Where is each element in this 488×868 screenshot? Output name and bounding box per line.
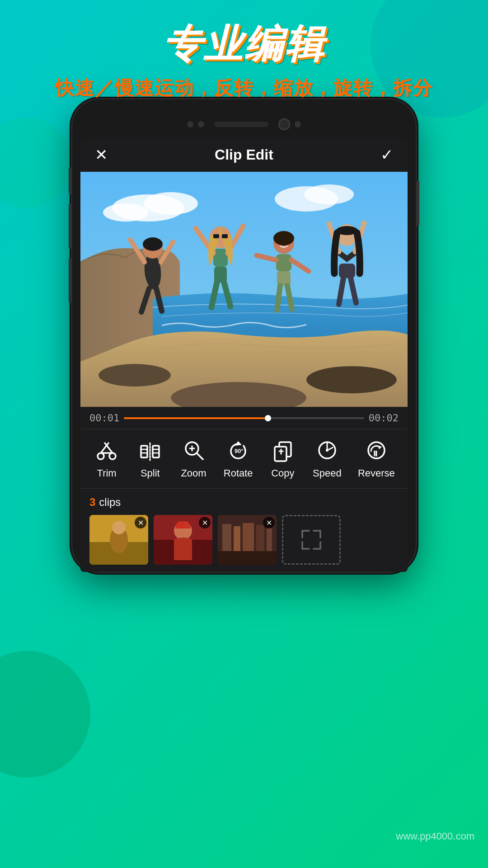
svg-rect-24 xyxy=(222,234,228,238)
svg-rect-23 xyxy=(213,234,219,238)
phone-screen: ✕ Clip Edit ✓ xyxy=(80,137,408,572)
app-header: ✕ Clip Edit ✓ xyxy=(80,137,408,172)
clips-section: 3 clips ✕ xyxy=(80,488,408,572)
clips-label: clips xyxy=(99,496,121,509)
clip-remove-2[interactable]: ✕ xyxy=(199,517,211,528)
reverse-icon xyxy=(363,437,390,464)
svg-rect-78 xyxy=(222,524,231,551)
svg-point-13 xyxy=(143,237,163,251)
clip-remove-1[interactable]: ✕ xyxy=(135,517,146,528)
rotate-tool[interactable]: 90° Rotate xyxy=(224,437,253,479)
front-camera xyxy=(278,118,290,130)
close-button[interactable]: ✕ xyxy=(95,146,108,164)
phone-top-bar xyxy=(80,113,408,136)
camera-dot-3 xyxy=(295,121,301,127)
zoom-icon xyxy=(180,437,207,464)
bottom-section: www.pp4000.com xyxy=(0,805,488,868)
zoom-tool[interactable]: Zoom xyxy=(180,437,207,479)
rotate-icon: 90° xyxy=(225,437,252,464)
camera-sensor xyxy=(187,121,193,127)
svg-point-43 xyxy=(109,453,116,459)
speaker-grille xyxy=(214,122,268,127)
svg-rect-83 xyxy=(218,551,277,565)
svg-line-44 xyxy=(101,443,108,453)
title-main: 专业编辑 xyxy=(0,18,488,71)
clip-remove-3[interactable]: ✕ xyxy=(263,517,275,528)
svg-rect-80 xyxy=(243,523,254,551)
rotate-label: Rotate xyxy=(224,467,253,479)
svg-point-7 xyxy=(306,366,397,393)
bg-decoration-circle-2 xyxy=(0,651,90,778)
svg-marker-67 xyxy=(378,446,382,449)
svg-rect-17 xyxy=(154,246,160,250)
copy-label: Copy xyxy=(271,467,294,479)
svg-point-65 xyxy=(326,449,328,452)
svg-rect-16 xyxy=(146,246,151,250)
bg-decoration-circle-3 xyxy=(0,118,72,208)
zoom-label: Zoom xyxy=(181,467,206,479)
time-start: 00:01 xyxy=(89,412,119,424)
svg-rect-35 xyxy=(339,264,355,278)
video-preview xyxy=(80,172,408,407)
svg-point-42 xyxy=(98,453,104,459)
silent-button xyxy=(69,167,71,194)
svg-line-33 xyxy=(277,286,280,310)
add-clip-button[interactable] xyxy=(282,515,341,565)
timeline-track[interactable] xyxy=(124,417,364,419)
timeline-progress xyxy=(124,417,268,419)
speed-tool[interactable]: Speed xyxy=(313,437,342,479)
svg-marker-58 xyxy=(235,441,242,446)
split-tool[interactable]: Split xyxy=(136,437,164,479)
watermark-text: www.pp4000.com xyxy=(396,830,474,842)
split-icon xyxy=(136,437,164,464)
reverse-label: Reverse xyxy=(358,467,395,479)
svg-point-2 xyxy=(144,192,198,215)
svg-rect-27 xyxy=(276,254,291,271)
speed-icon xyxy=(314,437,341,464)
svg-point-39 xyxy=(336,226,358,235)
camera-dot-2 xyxy=(198,121,204,127)
svg-point-32 xyxy=(273,231,294,245)
svg-rect-47 xyxy=(141,446,147,458)
svg-point-5 xyxy=(304,184,354,204)
power-button xyxy=(417,181,419,226)
svg-rect-48 xyxy=(153,446,159,458)
copy-tool[interactable]: Copy xyxy=(269,437,296,479)
timeline-thumb[interactable] xyxy=(265,415,271,421)
title-sub: 快速／慢速运动，反转，缩放，旋转，拆分 xyxy=(0,75,488,101)
svg-point-3 xyxy=(103,203,148,222)
screen-title: Clip Edit xyxy=(215,146,273,163)
timeline-bar[interactable]: 00:01 00:02 xyxy=(80,407,408,429)
clip-thumb-1[interactable]: ✕ xyxy=(89,515,148,565)
reverse-tool[interactable]: Reverse xyxy=(358,437,395,479)
header-section: 专业编辑 快速／慢速运动，反转，缩放，旋转，拆分 xyxy=(0,18,488,101)
phone-frame: ✕ Clip Edit ✓ xyxy=(72,99,416,572)
speed-label: Speed xyxy=(313,467,342,479)
confirm-button[interactable]: ✓ xyxy=(380,146,393,164)
camera-area xyxy=(187,118,301,130)
trim-tool[interactable]: Trim xyxy=(93,437,120,479)
svg-rect-18 xyxy=(213,249,228,267)
volume-down-button xyxy=(69,258,71,303)
trim-icon xyxy=(93,437,120,464)
phone-mockup: ✕ Clip Edit ✓ xyxy=(72,99,416,572)
split-label: Split xyxy=(141,467,160,479)
copy-icon xyxy=(269,437,296,464)
clips-header: 3 clips xyxy=(89,496,399,509)
svg-point-6 xyxy=(99,364,171,387)
clip-thumb-3[interactable]: ✕ xyxy=(218,515,277,565)
svg-line-55 xyxy=(197,453,203,459)
time-end: 00:02 xyxy=(369,412,399,424)
svg-rect-79 xyxy=(234,526,240,551)
svg-rect-81 xyxy=(256,525,264,551)
trim-label: Trim xyxy=(97,467,117,479)
svg-line-45 xyxy=(105,443,113,453)
volume-up-button xyxy=(69,203,71,249)
svg-rect-82 xyxy=(267,528,272,551)
clips-row: ✕ ✕ xyxy=(89,515,399,565)
svg-text:90°: 90° xyxy=(235,448,244,454)
tools-bar: Trim Spli xyxy=(80,429,408,488)
svg-point-73 xyxy=(112,521,126,534)
clip-thumb-2[interactable]: ✕ xyxy=(154,515,212,565)
clips-count: 3 xyxy=(89,496,95,509)
